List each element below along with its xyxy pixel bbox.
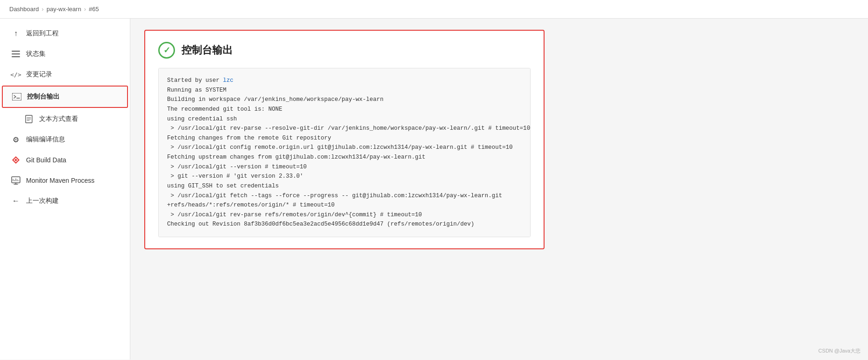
breadcrumb-sep-2: ›	[84, 6, 86, 13]
watermark: CSDN @Java大悲	[818, 347, 861, 354]
sidebar-item-text-view[interactable]: 文本方式查看	[0, 109, 130, 129]
sidebar-item-console-output[interactable]: 控制台输出	[2, 86, 128, 108]
log-line-13: +refs/heads/*:refs/remotes/origin/* # ti…	[167, 202, 335, 208]
svg-rect-0	[12, 51, 20, 52]
main-layout: ↑ 返回到工程 状态集 </> 变更记录	[0, 19, 868, 360]
sidebar: ↑ 返回到工程 状态集 </> 变更记录	[0, 19, 130, 360]
sidebar-label-console-output: 控制台输出	[27, 93, 60, 101]
sidebar-item-prev-build[interactable]: ← 上一次构建	[0, 191, 130, 211]
log-line-9: > /usr/local/git --version # timeout=10	[167, 164, 307, 170]
sidebar-item-status-set[interactable]: 状态集	[0, 44, 130, 64]
sidebar-label-change-log: 变更记录	[26, 70, 52, 79]
log-line-4: using credential ssh	[167, 116, 237, 122]
sidebar-item-edit-compile[interactable]: ⚙ 编辑编译信息	[0, 129, 130, 150]
log-line-2: Building in workspace /var/jenkins_home/…	[167, 96, 384, 103]
log-line-1: Running as SYSTEM	[167, 87, 227, 93]
breadcrumb-build: #65	[89, 6, 99, 13]
sidebar-label-back-to-project: 返回到工程	[26, 29, 59, 38]
log-line-15: Checking out Revision 8af3b36d0df6bc5ea3…	[167, 221, 474, 227]
document-icon	[24, 114, 34, 124]
svg-rect-3	[12, 93, 21, 100]
log-line-14: > /usr/local/git rev-parse refs/remotes/…	[167, 212, 422, 218]
gear-icon: ⚙	[11, 135, 20, 144]
log-line-8: Fetching upstream changes from git@jihul…	[167, 154, 425, 160]
log-line-7: > /usr/local/git config remote.origin.ur…	[167, 144, 513, 151]
sidebar-label-text-view: 文本方式查看	[39, 115, 78, 123]
arrow-up-icon: ↑	[11, 29, 20, 38]
sidebar-item-back-to-project[interactable]: ↑ 返回到工程	[0, 23, 130, 44]
log-started-by: Started by user	[167, 77, 223, 84]
sidebar-label-edit-compile: 编辑编译信息	[26, 135, 65, 144]
log-line-6: Fetching changes from the remote Git rep…	[167, 135, 331, 141]
console-title: ✓ 控制台输出	[158, 42, 531, 59]
breadcrumb-project[interactable]: pay-wx-learn	[47, 6, 81, 13]
terminal-icon	[12, 92, 21, 101]
svg-rect-2	[12, 56, 20, 57]
sidebar-label-status-set: 状态集	[26, 50, 46, 58]
breadcrumb-sep-1: ›	[42, 6, 44, 13]
sidebar-label-git-build-data: Git Build Data	[26, 156, 66, 164]
list-icon	[11, 49, 20, 59]
log-line-10: > git --version # 'git version 2.33.0'	[167, 173, 303, 180]
log-output: Started by user lzc Running as SYSTEM Bu…	[158, 68, 531, 237]
log-line-12: > /usr/local/git fetch --tags --force --…	[167, 193, 502, 199]
content-area: ✓ 控制台输出 Started by user lzc Running as S…	[130, 19, 868, 360]
monitor-icon	[11, 176, 20, 185]
log-user-link[interactable]: lzc	[223, 77, 234, 84]
log-line-5: > /usr/local/git rev-parse --resolve-git…	[167, 125, 530, 132]
sidebar-label-monitor-maven: Monitor Maven Process	[26, 177, 94, 184]
arrow-left-icon: ←	[11, 196, 20, 206]
code-icon: </>	[11, 70, 20, 79]
sidebar-item-git-build-data[interactable]: Git Build Data	[0, 150, 130, 170]
svg-rect-1	[12, 53, 20, 54]
sidebar-item-monitor-maven[interactable]: Monitor Maven Process	[0, 170, 130, 191]
log-line-11: using GIT_SSH to set credentials	[167, 183, 279, 189]
success-icon: ✓	[158, 42, 175, 59]
sidebar-item-change-log[interactable]: </> 变更记录	[0, 64, 130, 85]
sidebar-label-prev-build: 上一次构建	[26, 197, 59, 205]
log-line-3: The recommended git tool is: NONE	[167, 106, 283, 113]
git-icon	[11, 155, 20, 165]
console-card: ✓ 控制台输出 Started by user lzc Running as S…	[144, 30, 545, 249]
breadcrumb: Dashboard › pay-wx-learn › #65	[0, 0, 868, 19]
console-title-text: 控制台输出	[182, 43, 233, 57]
breadcrumb-dashboard[interactable]: Dashboard	[9, 6, 39, 13]
